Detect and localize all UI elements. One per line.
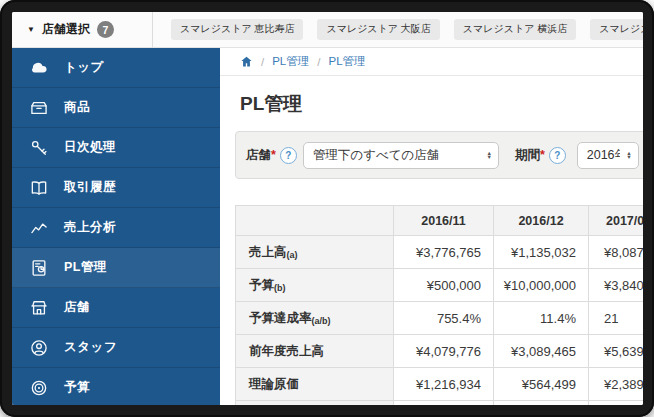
- product-box-icon: [29, 98, 49, 118]
- home-icon[interactable]: [240, 55, 253, 68]
- cell-value: ¥3,776,765: [394, 236, 494, 269]
- select-stepper-icon: ▲▼: [486, 151, 491, 160]
- breadcrumb-link-pl[interactable]: PL管理: [272, 54, 309, 69]
- row-label: [236, 401, 394, 406]
- cell-value: ¥500,000: [394, 269, 494, 302]
- period-year-select[interactable]: 2016年 ▲▼: [577, 142, 639, 169]
- chart-line-icon: [29, 218, 49, 238]
- sidebar-item-sales-analysis[interactable]: 売上分析: [12, 208, 220, 248]
- row-label: 予算達成率(a/b): [236, 302, 394, 335]
- cell-value: ¥5,639: [589, 335, 644, 368]
- store-tab-nagoya[interactable]: スマレジストア 名古屋店: [590, 19, 643, 40]
- sidebar-item-staff[interactable]: スタッフ: [12, 328, 220, 368]
- row-label-sub: (a): [287, 250, 298, 260]
- store-tab-osaka[interactable]: スマレジストア 大阪店: [317, 19, 439, 40]
- sidebar-item-label: スタッフ: [64, 339, 117, 356]
- cell-value: 21: [589, 302, 644, 335]
- table-row: 前年度売上高 ¥4,079,776 ¥3,089,465 ¥5,639: [236, 335, 644, 368]
- column-header: 2017/01: [589, 206, 644, 236]
- pl-report-icon: [29, 258, 49, 278]
- sidebar-item-transaction-history[interactable]: 取引履歴: [12, 168, 220, 208]
- help-icon[interactable]: ?: [280, 147, 297, 164]
- store-filter-label: 店舗*: [246, 147, 276, 164]
- sidebar-item-label: 店舗: [64, 299, 90, 316]
- cell-value: ¥3,840: [589, 269, 644, 302]
- breadcrumb-current[interactable]: PL管理: [328, 54, 365, 69]
- store-tab-yokohama[interactable]: スマレジストア 横浜店: [454, 19, 576, 40]
- cell-value: ¥10,000,000: [494, 269, 589, 302]
- screenshot-frame: ▼ 店舗選択 7 スマレジストア 恵比寿店 スマレジストア 大阪店 スマレジスト…: [0, 0, 654, 417]
- row-label: 理論原価: [236, 368, 394, 401]
- table-row: 理論原価 ¥1,216,934 ¥564,499 ¥2,389: [236, 368, 644, 401]
- row-label: 前年度売上高: [236, 335, 394, 368]
- breadcrumb-separator: /: [261, 56, 264, 68]
- cell-value: 11.4%: [494, 302, 589, 335]
- cell-value: ¥4,079,776: [394, 335, 494, 368]
- select-stepper-icon: ▲▼: [626, 151, 631, 160]
- sidebar: トップ 商品 日次処理: [12, 48, 220, 405]
- cell-value: ¥1,216,934: [394, 368, 494, 401]
- sidebar-item-label: 取引履歴: [64, 179, 116, 196]
- pl-table: 2016/11 2016/12 2017/01 売上高(a) ¥3,776,76…: [235, 205, 643, 405]
- table-input-row: [236, 401, 644, 406]
- required-mark: *: [540, 148, 545, 162]
- cell-input-wrap: [589, 401, 644, 406]
- target-icon: [29, 378, 49, 398]
- breadcrumb: / PL管理 / PL管理: [220, 48, 643, 76]
- main-row: トップ 商品 日次処理: [12, 48, 643, 405]
- row-label-sub: (a/b): [312, 316, 331, 326]
- sidebar-item-budget[interactable]: 予算: [12, 368, 220, 405]
- sidebar-item-top[interactable]: トップ: [12, 48, 220, 88]
- sidebar-item-products[interactable]: 商品: [12, 88, 220, 128]
- corner-cell: [236, 206, 394, 236]
- period-filter-label: 期間*: [515, 147, 545, 164]
- breadcrumb-separator: /: [317, 56, 320, 68]
- page-title: PL管理: [220, 76, 643, 131]
- period-year-value: 2016年: [587, 147, 621, 164]
- table-row: 予算(b) ¥500,000 ¥10,000,000 ¥3,840: [236, 269, 644, 302]
- row-label: 売上高(a): [236, 236, 394, 269]
- store-selector[interactable]: ▼ 店舗選択 7: [12, 12, 153, 47]
- column-header: 2016/12: [494, 206, 589, 236]
- row-label: 予算(b): [236, 269, 394, 302]
- store-tabs: スマレジストア 恵比寿店 スマレジストア 大阪店 スマレジストア 横浜店 スマレ…: [153, 12, 643, 47]
- sidebar-item-daily-processing[interactable]: 日次処理: [12, 128, 220, 168]
- book-icon: [29, 178, 49, 198]
- caret-down-icon: ▼: [27, 26, 35, 34]
- topbar: ▼ 店舗選択 7 スマレジストア 恵比寿店 スマレジストア 大阪店 スマレジスト…: [12, 12, 643, 48]
- cell-value: ¥564,499: [494, 368, 589, 401]
- store-tab-ebisu[interactable]: スマレジストア 恵比寿店: [171, 19, 303, 40]
- cell-value: 755.4%: [394, 302, 494, 335]
- help-icon[interactable]: ?: [549, 147, 566, 164]
- cell-value: ¥8,087: [589, 236, 644, 269]
- sidebar-item-label: 商品: [64, 99, 90, 116]
- store-selector-label: 店舗選択: [42, 21, 90, 38]
- cell-value: ¥1,135,032: [494, 236, 589, 269]
- content-area: / PL管理 / PL管理 PL管理 店舗* ? 管理下のすべての店舗 ▲▼: [220, 48, 643, 405]
- app-window: ▼ 店舗選択 7 スマレジストア 恵比寿店 スマレジストア 大阪店 スマレジスト…: [12, 12, 643, 405]
- cell-input-wrap: [394, 401, 494, 406]
- cell-value: ¥2,389: [589, 368, 644, 401]
- store-select-value: 管理下のすべての店舗: [313, 147, 439, 164]
- row-label-sub: (b): [274, 283, 286, 293]
- sidebar-item-label: 売上分析: [64, 219, 116, 236]
- required-mark: *: [271, 148, 276, 162]
- table-row: 予算達成率(a/b) 755.4% 11.4% 21: [236, 302, 644, 335]
- table-header-row: 2016/11 2016/12 2017/01: [236, 206, 644, 236]
- staff-icon: [29, 338, 49, 358]
- column-header: 2016/11: [394, 206, 494, 236]
- sidebar-item-label: 予算: [64, 379, 90, 396]
- sidebar-item-pl-management[interactable]: PL管理: [12, 248, 220, 288]
- sidebar-item-stores[interactable]: 店舗: [12, 288, 220, 328]
- sidebar-item-label: 日次処理: [64, 139, 116, 156]
- key-icon: [29, 138, 49, 158]
- table-row: 売上高(a) ¥3,776,765 ¥1,135,032 ¥8,087: [236, 236, 644, 269]
- store-select[interactable]: 管理下のすべての店舗 ▲▼: [303, 142, 499, 169]
- cell-input-wrap: [494, 401, 589, 406]
- filter-bar: 店舗* ? 管理下のすべての店舗 ▲▼ 期間* ? 2016年 ▲▼: [235, 131, 643, 179]
- store-count-badge: 7: [97, 21, 114, 38]
- store-icon: [29, 298, 49, 318]
- cloud-icon: [29, 58, 49, 78]
- sidebar-item-label: PL管理: [64, 259, 107, 276]
- cell-value: ¥3,089,465: [494, 335, 589, 368]
